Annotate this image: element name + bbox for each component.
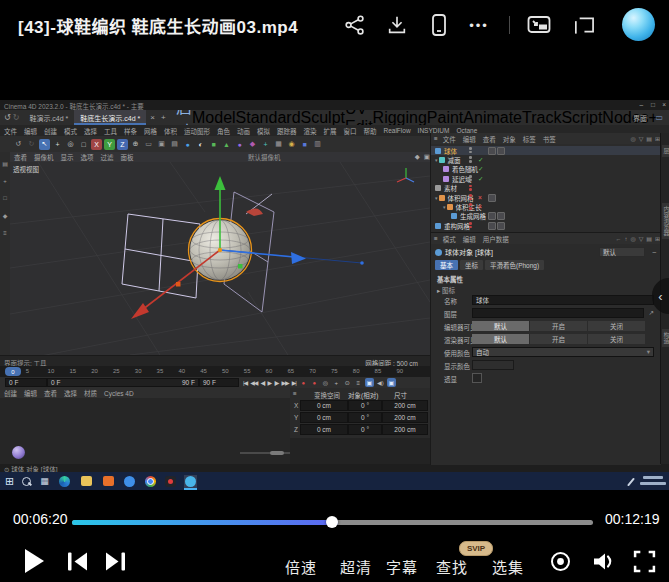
subtitle-button[interactable]: 字幕 [386, 556, 418, 577]
video-frame[interactable]: Cinema 4D 2023.2.0 - 鞋底生长演示.c4d * - 主要 –… [0, 100, 669, 490]
toolbar-icon-22[interactable]: ■ [299, 139, 310, 150]
object-row-球体[interactable]: 球体 [431, 146, 661, 155]
loop-mode-button[interactable] [549, 550, 572, 577]
coords-size-dropdown[interactable]: 尺寸 [394, 390, 407, 400]
display-color-swatch[interactable] [472, 360, 514, 370]
toolbar-icon-23[interactable]: ▥ [312, 139, 323, 150]
material-menu-查看[interactable]: 查看 [44, 388, 57, 398]
object-row-重构网格[interactable]: 重构网格 [431, 221, 661, 230]
material-menu-材质[interactable]: 材质 [84, 388, 97, 398]
xray-checkbox[interactable] [472, 373, 482, 383]
menu-渲染[interactable]: 渲染 [304, 126, 317, 136]
om-menu-对象[interactable]: 对象 [503, 134, 516, 144]
tag-icon[interactable] [488, 212, 496, 220]
enabled-check-icon[interactable]: ✓ [478, 156, 483, 164]
menu-扩展[interactable]: 扩展 [324, 126, 337, 136]
undo-icon[interactable]: ↺ [4, 113, 11, 122]
layout-tab-8[interactable]: Track [522, 110, 561, 126]
tag-icon[interactable] [488, 194, 496, 202]
name-input[interactable]: 球体 [472, 295, 654, 305]
quality-button[interactable]: 超清 [340, 556, 372, 577]
episodes-button[interactable]: 选集 [492, 556, 524, 577]
tab-add-icon[interactable]: + [161, 113, 166, 122]
menu-模式[interactable]: 模式 [64, 126, 77, 136]
visibility-dot[interactable] [469, 166, 472, 169]
minimize-icon[interactable]: – [639, 101, 643, 108]
viewport-corner-icon-0[interactable]: ◆ [415, 153, 420, 161]
coord-size-X[interactable]: 200 cm [382, 400, 428, 411]
menu-帮助[interactable]: 帮助 [364, 126, 377, 136]
menu-角色[interactable]: 角色 [217, 126, 230, 136]
tag-icon[interactable] [488, 147, 496, 155]
timeline-ruler[interactable]: 0 51015202530354045505560657075808590 [0, 366, 430, 377]
visibility-dot[interactable] [469, 222, 472, 225]
visibility-dot[interactable] [469, 160, 472, 163]
object-row-减面[interactable]: ▾减面✓ [431, 155, 661, 164]
next-episode-button[interactable] [104, 551, 127, 576]
viewport-menu-过滤[interactable]: 过滤 [101, 152, 114, 162]
end-frame-field[interactable]: 90 F [199, 378, 239, 387]
enabled-check-icon[interactable]: ✓ [478, 165, 483, 173]
toolbar-icon-9[interactable]: ⊕ [130, 139, 141, 150]
object-row-生成网格[interactable]: 生成网格 [431, 212, 661, 221]
layout-toggle-icon[interactable]: ▭ [655, 113, 663, 122]
left-tool-icon-2[interactable]: □ [3, 195, 7, 201]
visibility-dot[interactable] [469, 179, 472, 182]
coord-size-Z[interactable]: 200 cm [382, 424, 428, 435]
am-menu-编辑[interactable]: 编辑 [463, 234, 476, 244]
search-button[interactable] [20, 475, 33, 488]
visibility-dot[interactable] [469, 185, 472, 188]
am-icon-4[interactable]: ▤ [646, 235, 652, 242]
taskbar-clock-date[interactable] [640, 482, 666, 485]
tag-icon[interactable] [497, 222, 505, 230]
toolbar-icon-20[interactable]: ▦ [273, 139, 284, 150]
left-tool-icon-4[interactable]: ≡ [3, 230, 7, 236]
material-menu-选择[interactable]: 选择 [64, 388, 77, 398]
object-tags[interactable] [488, 194, 496, 202]
menu-样条[interactable]: 样条 [124, 126, 137, 136]
tri-option-关闭[interactable]: 关闭 [588, 321, 646, 331]
left-tool-icon-3[interactable]: ◆ [3, 212, 8, 219]
object-row-延迟域[interactable]: 延迟域✓ [431, 174, 661, 183]
tag-icon[interactable] [488, 222, 496, 230]
visibility-dots[interactable] [469, 194, 472, 200]
maximize-icon[interactable]: □ [651, 101, 655, 108]
viewport-menu-摄像机[interactable]: 摄像机 [34, 152, 54, 162]
coord-size-Y[interactable]: 200 cm [382, 412, 428, 423]
active-app-icon[interactable] [184, 475, 197, 488]
om-menu-编辑[interactable]: 编辑 [463, 134, 476, 144]
toolbar-icon-13[interactable]: ● [182, 139, 193, 150]
viewport-menu-显示[interactable]: 显示 [61, 152, 74, 162]
pen-icon[interactable] [630, 477, 639, 486]
frame-range-slider[interactable]: 0 F 90 F [47, 378, 199, 387]
viewport-label[interactable]: 透视视图 [13, 164, 39, 174]
layer-input[interactable] [472, 308, 644, 318]
attribute-tab-坐标[interactable]: 坐标 [460, 260, 483, 270]
playback-speed-button[interactable]: 倍速 [285, 556, 317, 577]
object-row-体积网格[interactable]: ▾体积网格× [431, 193, 661, 202]
toolbar-icon-19[interactable]: + [260, 139, 271, 150]
transport-extra-2[interactable]: ◎ [321, 378, 330, 387]
toolbar-icon-12[interactable]: ▤ [169, 139, 180, 150]
photos-app-icon[interactable] [102, 475, 115, 488]
tab-close-icon[interactable]: × [150, 113, 155, 122]
am-icon-1[interactable]: ↑ [624, 236, 627, 242]
use-color-dropdown[interactable]: 自动▾ [472, 347, 654, 357]
layout-tab-2[interactable]: Standard [236, 110, 301, 126]
object-tags[interactable] [488, 212, 505, 220]
layout-tab-3[interactable]: Sculpt [301, 110, 345, 126]
visibility-dots[interactable] [469, 203, 472, 209]
toolbar-icon-2[interactable]: ↖ [39, 139, 50, 150]
find-button[interactable]: 查找 [436, 556, 468, 577]
menu-体积[interactable]: 体积 [164, 126, 177, 136]
current-frame-field[interactable]: 0 F [5, 378, 47, 387]
material-menu-Cycles 4D[interactable]: Cycles 4D [104, 390, 134, 397]
layout-tab-0[interactable]: 启动 [176, 110, 192, 126]
transport-extra-8[interactable]: ▣ [387, 378, 396, 387]
object-row-体积生长[interactable]: ▾体积生长× [431, 202, 661, 211]
dock-tab-构造[interactable]: 构造 [662, 329, 669, 347]
expand-caret-icon[interactable]: ▾ [443, 204, 446, 210]
toolbar-icon-14[interactable]: ◐ [195, 139, 206, 150]
more-options-icon[interactable]: ••• [466, 12, 492, 38]
visibility-dots[interactable] [469, 222, 472, 228]
